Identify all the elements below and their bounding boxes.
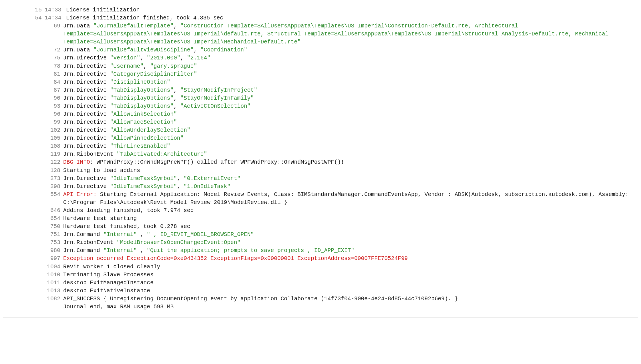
line-number: 122 [3, 158, 63, 166]
text: Jrn.Directive [63, 63, 110, 69]
text: Jrn.Directive [63, 71, 110, 77]
log-message: API Error: Starting External Application… [63, 191, 633, 207]
line-number: 78 [3, 62, 63, 70]
text: Jrn.Directive [63, 95, 110, 101]
log-message: License initialization finished, took 4.… [66, 14, 633, 22]
text: Jrn.Directive [63, 79, 110, 85]
log-line: 72Jrn.Data "JournalDefaultViewDiscipline… [3, 46, 633, 54]
log-message: License initialization [66, 6, 633, 14]
log-line: 1514:33License initialization [3, 6, 633, 14]
log-line: 646Addins loading finished, took 7.974 s… [3, 207, 633, 215]
string-literal: "0.ExternalEvent" [184, 175, 240, 182]
log-line: 90Jrn.Directive "TabDisplayOptions", "St… [3, 94, 633, 102]
log-message: Hardware test finished, took 0.278 sec [63, 223, 633, 231]
log-message: Jrn.Directive "IdleTimeTaskSymbol", "1.O… [63, 183, 633, 191]
text: Jrn.Command [63, 247, 103, 254]
string-literal: "TabDisplayOptions" [110, 95, 174, 101]
line-number: 750 [3, 223, 63, 231]
log-message: Jrn.RibbonEvent "ModelBrowserIsOpenChang… [63, 239, 633, 247]
line-number: 554 [3, 191, 63, 199]
log-message: Jrn.Directive "AllowUnderlaySelection" [63, 126, 633, 134]
log-line: 99Jrn.Directive "AllowFaceSelection" [3, 118, 633, 126]
log-line: 128Starting to load addins [3, 167, 633, 175]
line-number: 93 [3, 102, 63, 110]
string-literal: "AllowLinkSelection" [110, 111, 177, 117]
text: , [177, 183, 184, 190]
log-message: Jrn.Data "JournalDefaultViewDiscipline",… [63, 46, 633, 54]
string-literal: "Coordination" [200, 47, 247, 53]
line-number: 90 [3, 94, 63, 102]
log-message: Jrn.Directive "TabDisplayOptions", "Acti… [63, 102, 633, 110]
log-line: 119Jrn.RibbonEvent "TabActivated:Archite… [3, 150, 633, 158]
line-number: 75 [3, 54, 63, 62]
text: Jrn.Directive [63, 111, 110, 117]
text: Jrn.Data [63, 47, 93, 53]
string-literal: "TabActivated:Architecture" [117, 151, 207, 157]
line-number: 96 [3, 110, 63, 118]
text: Addins loading finished, took 7.974 sec [63, 207, 194, 214]
log-message: Jrn.Directive "TabDisplayOptions", "Stay… [63, 86, 633, 94]
text: , [137, 247, 147, 254]
text: Hardware test starting [63, 215, 137, 222]
text: , [177, 175, 184, 182]
log-message: Jrn.Data "JournalDefaultTemplate", "Cons… [63, 22, 633, 46]
string-literal: "Quit the application; prompts to save p… [147, 247, 355, 254]
timestamp: 14:33 [45, 6, 66, 14]
text: Journal end, max RAM usage 598 MB [63, 304, 174, 310]
log-viewer[interactable]: 1514:33License initialization5414:34Lice… [3, 3, 638, 317]
string-literal: "Internal" [103, 247, 137, 254]
string-literal: "AllowFaceSelection" [110, 119, 177, 125]
text: , [144, 63, 150, 69]
log-message: Terminating Slave Processes [63, 271, 633, 279]
log-message: Jrn.Directive "Username", "gary.sprague" [63, 62, 633, 70]
string-literal: "ThinLinesEnabled" [110, 143, 170, 149]
line-number: 997 [3, 255, 63, 263]
log-message: Jrn.Directive "AllowFaceSelection" [63, 118, 633, 126]
text: Jrn.Directive [63, 175, 110, 182]
string-literal: "JournalDefaultTemplate" [93, 23, 174, 29]
string-literal: "StayOnModifyInProject" [180, 87, 257, 93]
log-message: Jrn.Directive "Version", "2019.000", "2.… [63, 54, 633, 62]
text: Starting to load addins [63, 167, 140, 174]
string-literal: "CategoryDisciplineFilter" [110, 71, 197, 77]
log-line: 554API Error: Starting External Applicat… [3, 191, 633, 207]
line-number: 654 [3, 215, 63, 223]
string-literal: " , ID_REVIT_MODEL_BROWSER_OPEN" [147, 231, 254, 238]
line-number: 646 [3, 207, 63, 215]
text: Jrn.Directive [63, 183, 110, 190]
string-literal: "2019.000" [147, 55, 180, 61]
log-line: 1013desktop ExitNativeInstance [3, 287, 633, 295]
line-number: 753 [3, 239, 63, 247]
line-number: 69 [3, 22, 63, 30]
log-line: 75Jrn.Directive "Version", "2019.000", "… [3, 54, 633, 62]
line-number: 273 [3, 175, 63, 183]
log-line: 753Jrn.RibbonEvent "ModelBrowserIsOpenCh… [3, 239, 633, 247]
string-literal: "gary.sprague" [150, 63, 197, 69]
log-message: Jrn.Command "Internal" , " , ID_REVIT_MO… [63, 231, 633, 239]
log-message: API_SUCCESS { Unregistering DocumentOpen… [63, 295, 633, 303]
log-message: Hardware test starting [63, 215, 633, 223]
log-line: 78Jrn.Directive "Username", "gary.spragu… [3, 62, 633, 70]
log-line: 980Jrn.Command "Internal" , "Quit the ap… [3, 247, 633, 255]
line-number: 81 [3, 70, 63, 78]
line-number: 87 [3, 86, 63, 94]
text: License initialization [66, 7, 140, 13]
log-line: 751Jrn.Command "Internal" , " , ID_REVIT… [3, 231, 633, 239]
string-literal: "2.164" [187, 55, 210, 61]
log-message: Jrn.Directive "AllowLinkSelection" [63, 110, 633, 118]
text: , [140, 55, 147, 61]
log-message: Jrn.RibbonEvent "TabActivated:Architectu… [63, 150, 633, 158]
text: , [194, 47, 200, 53]
text: License initialization finished, took 4.… [66, 15, 223, 21]
line-number: 54 [3, 14, 45, 22]
string-literal: "TabDisplayOptions" [110, 103, 174, 109]
log-line: 102Jrn.Directive "AllowUnderlaySelection… [3, 126, 633, 134]
log-message: Jrn.Directive "ThinLinesEnabled" [63, 142, 633, 150]
log-message: desktop ExitNativeInstance [63, 287, 633, 295]
line-number: 102 [3, 126, 63, 134]
text: Terminating Slave Processes [63, 272, 154, 278]
log-message: Jrn.Directive "CategoryDisciplineFilter" [63, 70, 633, 78]
log-line: 108Jrn.Directive "ThinLinesEnabled" [3, 142, 633, 150]
log-message: Journal end, max RAM usage 598 MB [63, 303, 633, 311]
log-line: 1004Revit worker 1 closed cleanly [3, 263, 633, 271]
